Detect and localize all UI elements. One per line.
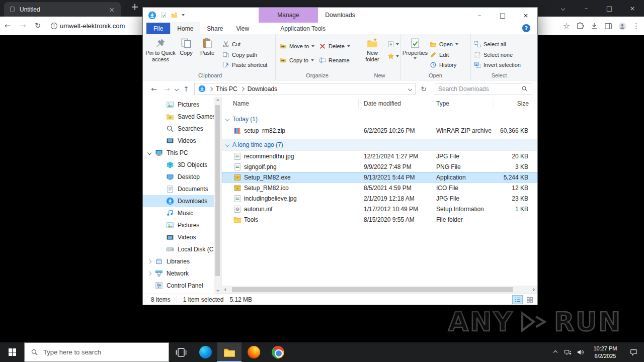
sidebar-item-videos[interactable]: Videos <box>143 135 214 147</box>
browser-tab[interactable]: Untitled × <box>4 2 121 17</box>
expand-chevron-icon[interactable] <box>147 151 151 155</box>
downloads-icon[interactable] <box>590 22 598 30</box>
easy-access-button[interactable] <box>387 53 399 60</box>
recent-locations-caret[interactable] <box>175 86 179 90</box>
rename-button[interactable]: Rename <box>319 56 350 65</box>
file-explorer-taskbar-button[interactable] <box>217 342 242 362</box>
horizontal-scrollbar[interactable] <box>222 286 537 294</box>
group-header-today[interactable]: Today (1) <box>222 113 537 125</box>
back-button[interactable]: ← <box>149 85 159 93</box>
sidebar-item-control-panel[interactable]: Control Panel <box>143 280 214 292</box>
network-tray-icon[interactable] <box>561 348 574 356</box>
file-row[interactable]: signgolf.png 9/9/2022 7:48 PM PNG File 3… <box>222 161 537 172</box>
search-icon[interactable] <box>521 85 528 92</box>
copy-button[interactable]: Copy <box>176 36 196 69</box>
search-input[interactable]: Search Downloads <box>434 83 532 95</box>
tab-application-tools[interactable]: Application Tools <box>274 23 332 34</box>
scroll-up-icon[interactable] <box>214 97 221 104</box>
group-collapse-icon[interactable] <box>225 117 229 121</box>
new-folder-button[interactable]: New folder <box>359 36 385 69</box>
site-info-icon[interactable] <box>50 22 58 30</box>
tab-close-icon[interactable]: × <box>108 6 116 14</box>
new-item-button[interactable] <box>387 41 399 48</box>
tab-view[interactable]: View <box>229 23 256 34</box>
hidden-icons-chevron[interactable] <box>549 351 561 354</box>
delete-button[interactable]: Delete <box>319 42 350 51</box>
action-center-icon[interactable] <box>624 348 643 356</box>
edge-taskbar-button[interactable] <box>193 342 217 362</box>
collapse-chevron-icon[interactable] <box>147 272 151 276</box>
start-button[interactable] <box>0 342 24 362</box>
copy-path-button[interactable]: Copy path <box>222 50 267 59</box>
group-collapse-icon[interactable] <box>225 142 229 146</box>
taskbar-clock[interactable]: 10:27 PM 6/2/2025 <box>587 345 624 359</box>
file-row[interactable]: Tools 8/15/2020 9:55 AM File folder <box>222 214 537 225</box>
move-to-button[interactable]: Move to <box>280 42 319 51</box>
taskbar-search-input[interactable]: Type here to search <box>24 342 169 362</box>
task-view-button[interactable] <box>169 342 193 362</box>
address-dropdown-caret[interactable] <box>408 86 412 90</box>
group-header-a-long-time-ago[interactable]: A long time ago (7) <box>222 139 537 151</box>
column-header-size[interactable]: Size <box>494 99 534 109</box>
details-view-button[interactable] <box>512 295 523 304</box>
file-row[interactable]: includingbelieve.jpg 2/1/2019 12:18 AM J… <box>222 193 537 204</box>
browser-refresh-icon[interactable]: ↻ <box>30 21 45 30</box>
column-header-name[interactable]: Name <box>222 99 359 109</box>
file-row[interactable]: setup_rm82.zip 6/2/2025 10:26 PM WinRAR … <box>222 125 537 136</box>
file-row[interactable]: autorun.inf 1/17/2012 10:49 PM Setup Inf… <box>222 204 537 214</box>
sidebar-item-local-disk-c[interactable]: Local Disk (C:) <box>143 243 214 255</box>
sidebar-item-music[interactable]: Music <box>143 207 214 219</box>
select-none-button[interactable]: Select none <box>474 50 521 59</box>
tab-search-icon[interactable] <box>551 0 575 17</box>
collapse-chevron-icon[interactable] <box>147 259 151 263</box>
scrollbar-thumb[interactable] <box>232 287 513 292</box>
sidebar-item-searches[interactable]: Searches <box>143 123 214 135</box>
pin-to-quick-access-button[interactable]: Pin to Quick access <box>145 36 176 69</box>
volume-tray-icon[interactable] <box>574 348 587 356</box>
edit-button[interactable]: Edit <box>430 50 458 59</box>
sidebar-item-desktop[interactable]: Desktop <box>143 171 214 183</box>
tab-share[interactable]: Share <box>200 23 229 34</box>
scroll-right-icon[interactable] <box>529 289 537 291</box>
up-button[interactable]: ↑ <box>181 85 191 93</box>
help-icon[interactable]: ? <box>522 24 530 32</box>
file-row[interactable]: recommendthu.jpg 12/21/2024 1:27 PM JPG … <box>222 151 537 161</box>
large-icons-view-button[interactable] <box>524 295 535 304</box>
browser-maximize-button[interactable]: □ <box>598 0 621 17</box>
breadcrumb-this-pc[interactable]: This PC <box>216 85 237 93</box>
breadcrumb[interactable]: This PC Downloads <box>194 83 416 95</box>
scroll-left-icon[interactable] <box>222 289 230 291</box>
cut-button[interactable]: Cut <box>222 40 267 49</box>
sidebar-item-pictures-2[interactable]: Pictures <box>143 219 214 231</box>
invert-selection-button[interactable]: Invert selection <box>474 60 521 69</box>
new-tab-button[interactable]: + <box>129 1 141 12</box>
explorer-close-button[interactable]: × <box>514 8 537 23</box>
properties-button[interactable]: Properties <box>400 36 430 69</box>
open-button[interactable]: Open <box>430 40 458 49</box>
file-row-selected[interactable]: Setup_RM82.exe 9/13/2021 5:44 PM Applica… <box>222 172 537 183</box>
column-header-type[interactable]: Type <box>432 99 494 109</box>
sidebar-item-this-pc[interactable]: This PC <box>143 147 214 159</box>
profile-avatar[interactable] <box>618 22 626 30</box>
sidebar-item-libraries[interactable]: Libraries <box>143 255 214 267</box>
breadcrumb-downloads[interactable]: Downloads <box>248 85 277 93</box>
sidebar-item-pictures[interactable]: Pictures <box>143 99 214 111</box>
select-all-button[interactable]: Select all <box>474 40 521 49</box>
copy-to-button[interactable]: Copy to <box>280 56 319 65</box>
browser-back-icon[interactable]: ← <box>0 21 15 30</box>
qat-new-folder-icon[interactable] <box>171 12 178 19</box>
tab-home[interactable]: Home <box>170 23 200 34</box>
sidebar-item-videos-2[interactable]: Videos <box>143 231 214 243</box>
history-button[interactable]: History <box>430 60 458 69</box>
browser-forward-icon[interactable]: → <box>15 21 30 30</box>
explorer-title-bar[interactable]: Downloads Manage – □ × <box>143 8 537 23</box>
qat-customize-caret[interactable] <box>182 14 185 16</box>
navigation-scrollbar[interactable] <box>214 97 221 294</box>
explorer-minimize-button[interactable]: – <box>468 8 491 23</box>
chrome-taskbar-button[interactable] <box>266 342 290 362</box>
column-header-date-modified[interactable]: Date modified <box>359 99 432 109</box>
scroll-down-icon[interactable] <box>214 287 221 294</box>
paste-button[interactable]: Paste <box>196 36 218 69</box>
browser-close-button[interactable]: × <box>621 0 644 17</box>
bookmark-star-icon[interactable]: ☆ <box>563 21 570 31</box>
